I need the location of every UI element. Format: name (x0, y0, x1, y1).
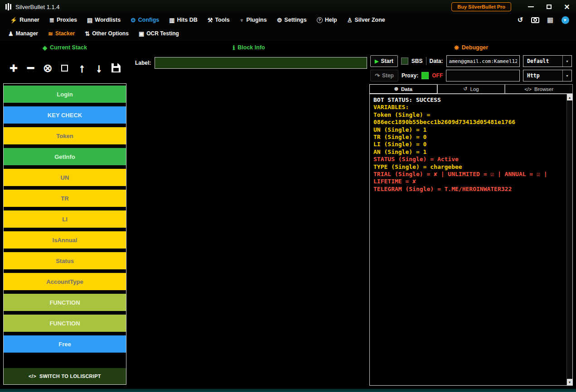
stack-block[interactable]: KEY CHECK (4, 106, 126, 124)
stack-block[interactable]: IsAnnual (4, 231, 126, 249)
stack-block[interactable]: FUNCTION (4, 294, 126, 311)
remove-block-button[interactable]: − (24, 60, 38, 76)
disable-block-button[interactable]: ⊗ (41, 60, 54, 76)
proxy-label: Proxy: (402, 72, 418, 79)
move-up-button[interactable]: ↑ (75, 60, 89, 76)
menu-item-label: Runner (19, 17, 39, 23)
submenu-item-ocr-testing[interactable]: ▣ OCR Testing (135, 29, 183, 38)
block-label-input[interactable] (155, 57, 367, 69)
save-icon (111, 63, 121, 72)
menu-item-help[interactable]: ? Help (313, 15, 341, 24)
stack-block[interactable]: TR (4, 190, 126, 207)
start-button[interactable]: ▶ Start (370, 55, 398, 67)
tools-icon: ⚒ (208, 17, 213, 23)
main-area: ◈ Current Stack + − ⊗ ↑ ↓ Login KEY CHEC… (0, 41, 576, 389)
buy-pro-button[interactable]: Buy SilverBullet Pro (451, 2, 511, 11)
menu-item-tools[interactable]: ⚒ Tools (204, 15, 233, 24)
sbs-checkbox[interactable] (401, 57, 408, 65)
tab-label: Data (401, 86, 412, 92)
proxies-icon: ≣ (49, 17, 54, 23)
submenu-item-manager[interactable]: ♟ Manager (5, 29, 42, 38)
stack-block[interactable]: GetInfo (4, 148, 126, 165)
menu-item-wordlists[interactable]: ▤ Wordlists (83, 15, 124, 24)
scroll-down-button[interactable] (567, 379, 572, 385)
minimize-button[interactable] (527, 3, 534, 10)
history-icon: ↺ (518, 16, 523, 24)
proxy-state-label: OFF (432, 72, 443, 79)
menu-item-plugins[interactable]: ♆ Plugins (236, 15, 271, 24)
debugger-header: ❋ Debugger (369, 43, 573, 53)
duplicate-block-button[interactable] (58, 60, 72, 76)
manager-icon: ♟ (8, 31, 14, 37)
stack-block[interactable]: Free (4, 335, 126, 353)
titlebar: SilverBullet 1.1.4 Buy SilverBullet Pro (0, 0, 576, 14)
plugins-icon: ♆ (240, 17, 244, 23)
output-line: TRIAL (Single) = ✘ | UNLIMITED = ☑ | ANN… (373, 171, 563, 186)
stacker-icon: ≋ (48, 31, 53, 37)
telegram-button[interactable]: ➤ (561, 15, 570, 24)
globe-icon: ⊕ (394, 86, 398, 92)
submenu-item-label: Other Options (92, 30, 129, 37)
submenu-item-label: Stacker (55, 30, 75, 37)
circle-x-icon: ⊗ (43, 62, 53, 74)
tab-browser[interactable]: </> Browser (505, 84, 573, 94)
output-scrollbar[interactable] (566, 94, 572, 385)
close-button[interactable] (563, 3, 571, 10)
stack-block[interactable]: Login (4, 86, 126, 103)
add-block-button[interactable]: + (7, 60, 20, 76)
tab-log[interactable]: ↺ Log (437, 84, 505, 94)
camera-icon (531, 17, 539, 23)
tab-data[interactable]: ⊕ Data (369, 84, 437, 94)
stack-block[interactable]: Token (4, 127, 126, 144)
proxy-type-dropdown[interactable]: Http (523, 70, 572, 81)
move-down-button[interactable]: ↓ (92, 60, 106, 76)
step-label: Step (382, 72, 394, 79)
telegram-icon: ➤ (561, 16, 569, 24)
output-line: TR (Single) = 0 (373, 134, 563, 141)
block-info-column: ℹ Block Info Label: (131, 43, 367, 69)
save-stack-button[interactable] (109, 60, 123, 76)
history-button[interactable]: ↺ (516, 15, 525, 24)
silver-zone-icon: ♙ (347, 17, 353, 23)
submenu-item-other-options[interactable]: ⇅ Other Options (81, 29, 132, 38)
wordlist-type-dropdown[interactable]: Default (523, 55, 572, 67)
proxy-input[interactable] (446, 70, 520, 81)
arrow-down-icon: ↓ (96, 62, 102, 74)
menu-item-hits-db[interactable]: ▥ Hits DB (165, 15, 201, 24)
paper-plane-icon: ➤ (563, 17, 568, 23)
stack-block[interactable]: LI (4, 210, 126, 228)
stack-block[interactable]: FUNCTION (4, 315, 126, 332)
stack-block[interactable]: Status (4, 252, 126, 269)
menu-item-runner[interactable]: ⚡ Runner (6, 15, 43, 24)
minus-icon: − (27, 61, 35, 75)
stack-panel-spacer (4, 353, 126, 368)
output-line: VARIABLES: (373, 104, 563, 111)
stack-block[interactable]: UN (4, 169, 126, 186)
window-title: SilverBullet 1.1.4 (15, 4, 60, 10)
proxy-checkbox[interactable] (421, 72, 429, 79)
switch-to-loliscript-button[interactable]: </> SWITCH TO LOLISCRIPT (4, 368, 126, 384)
chevron-down-icon (562, 70, 571, 81)
image-icon: ▦ (547, 16, 553, 24)
screenshot-button[interactable] (531, 15, 540, 24)
minimize-icon (528, 6, 534, 7)
media-button[interactable]: ▦ (546, 15, 555, 24)
maximize-button[interactable] (545, 3, 552, 10)
step-button[interactable]: ↷ Step (370, 70, 398, 81)
debug-data-input[interactable] (446, 55, 520, 67)
submenu-item-stacker[interactable]: ≋ Stacker (44, 29, 78, 38)
help-icon: ? (317, 17, 323, 23)
app-logo-icon (5, 3, 11, 10)
proxy-type-value: Http (523, 72, 562, 79)
switch-label: SWITCH TO LOLISCRIPT (39, 373, 101, 379)
menu-item-label: Configs (138, 17, 160, 23)
menu-item-silver-zone[interactable]: ♙ Silver Zone (344, 15, 389, 24)
code-icon: </> (29, 373, 36, 379)
output-line: BOT STATUS: SUCCESS (373, 96, 563, 104)
stack-block[interactable]: AccountType (4, 273, 126, 290)
menu-item-settings[interactable]: ⚙ Settings (273, 15, 310, 24)
scroll-up-button[interactable] (567, 94, 572, 100)
output-line: TYPE (Single) = chargebee (373, 163, 563, 171)
menu-item-proxies[interactable]: ≣ Proxies (46, 15, 81, 24)
menu-item-configs[interactable]: ⚙ Configs (127, 15, 163, 24)
